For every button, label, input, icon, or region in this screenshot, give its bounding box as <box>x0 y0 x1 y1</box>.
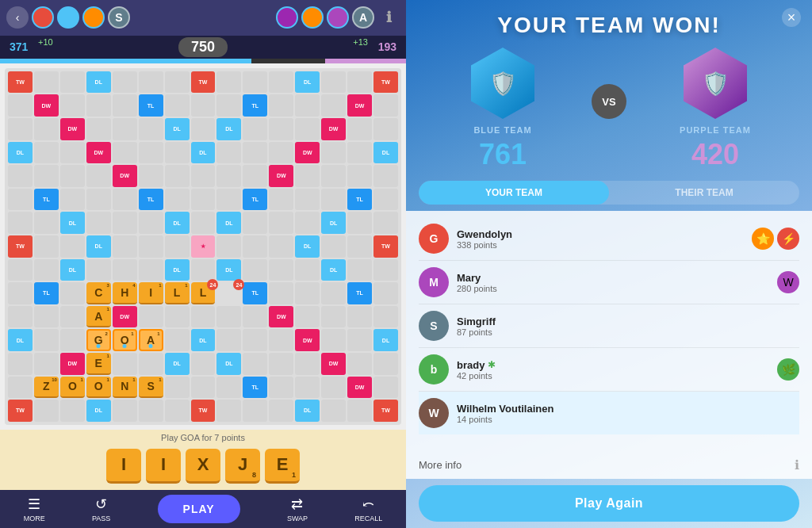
board-cell[interactable] <box>347 71 372 94</box>
board-cell[interactable] <box>191 189 216 211</box>
board-cell[interactable]: TL <box>243 282 267 304</box>
board-cell[interactable] <box>60 329 85 351</box>
board-cell[interactable] <box>243 329 267 351</box>
board-cell[interactable] <box>8 282 33 304</box>
board-cell[interactable] <box>8 377 33 399</box>
board-cell[interactable]: DL <box>373 142 398 164</box>
board-cell[interactable] <box>86 189 111 211</box>
board-cell[interactable] <box>8 165 33 187</box>
board-cell[interactable] <box>191 377 216 399</box>
play-button[interactable]: PLAY <box>158 495 240 523</box>
board-cell[interactable] <box>216 71 241 94</box>
board-cell[interactable] <box>113 189 137 211</box>
board-cell[interactable] <box>243 306 267 328</box>
board-cell[interactable] <box>191 212 216 234</box>
board-cell[interactable] <box>347 329 372 351</box>
board-cell[interactable] <box>113 212 137 234</box>
board-cell[interactable] <box>347 353 372 375</box>
board-cell[interactable] <box>269 282 293 304</box>
board-cell[interactable]: L1 <box>165 282 190 304</box>
board-cell[interactable]: L124 <box>191 282 216 304</box>
board-cell[interactable] <box>347 400 372 422</box>
board-cell[interactable] <box>373 94 398 117</box>
board-cell[interactable]: DW <box>295 329 320 351</box>
board-cell[interactable]: DL <box>8 329 33 351</box>
board-cell[interactable] <box>139 142 163 164</box>
nav-swap[interactable]: ⇄ SWAP <box>287 495 308 522</box>
board-cell[interactable]: DL <box>165 259 190 281</box>
board-cell[interactable] <box>86 259 111 281</box>
board-cell[interactable] <box>321 377 346 399</box>
board-cell[interactable] <box>139 400 163 422</box>
board-cell[interactable]: TL <box>347 282 372 304</box>
board-cell[interactable] <box>165 400 190 422</box>
board-cell[interactable] <box>113 118 137 140</box>
board-cell[interactable]: TW <box>8 400 33 422</box>
board-cell[interactable] <box>269 400 293 422</box>
board-cell[interactable] <box>139 71 163 94</box>
board-cell[interactable] <box>34 212 59 234</box>
board-cell[interactable] <box>269 259 293 281</box>
board-cell[interactable]: DL <box>60 212 85 234</box>
board-cell[interactable] <box>347 306 372 328</box>
board-cell[interactable] <box>216 142 241 164</box>
board-cell[interactable] <box>165 306 190 328</box>
board-cell[interactable] <box>139 235 163 258</box>
board-cell[interactable]: DW <box>86 142 111 164</box>
board-cell[interactable] <box>373 353 398 375</box>
back-button[interactable]: ‹ <box>6 6 29 29</box>
board-cell[interactable] <box>243 142 267 164</box>
board-cell[interactable]: DL <box>373 329 398 351</box>
board-cell[interactable] <box>191 353 216 375</box>
board-cell[interactable]: DL <box>191 142 216 164</box>
board-cell[interactable]: DW <box>113 306 137 328</box>
board-cell[interactable] <box>34 353 59 375</box>
board-cell[interactable] <box>269 118 293 140</box>
board-cell[interactable] <box>8 118 33 140</box>
board-cell[interactable]: DW <box>269 165 293 187</box>
board-cell[interactable]: DL <box>60 259 85 281</box>
board-cell[interactable] <box>165 142 190 164</box>
board-cell[interactable] <box>60 165 85 187</box>
board-cell[interactable] <box>295 118 320 140</box>
board-cell[interactable] <box>373 212 398 234</box>
board-cell[interactable] <box>269 377 293 399</box>
board-cell[interactable] <box>373 377 398 399</box>
board-cell[interactable] <box>295 259 320 281</box>
board-cell[interactable] <box>295 165 320 187</box>
board-cell[interactable]: TL <box>243 94 267 117</box>
board-cell[interactable]: A1 <box>86 306 111 328</box>
board-cell[interactable] <box>243 212 267 234</box>
board-cell[interactable] <box>243 71 267 94</box>
board-cell[interactable] <box>34 329 59 351</box>
close-button[interactable]: × <box>782 8 801 27</box>
board-cell[interactable] <box>113 71 137 94</box>
nav-pass[interactable]: ↺ PASS <box>92 495 110 522</box>
board-cell[interactable] <box>321 94 346 117</box>
board-cell[interactable] <box>34 165 59 187</box>
board-cell[interactable] <box>191 94 216 117</box>
board-cell[interactable]: G2 <box>86 329 111 351</box>
board-cell[interactable] <box>295 189 320 211</box>
board-cell[interactable] <box>34 400 59 422</box>
board-cell[interactable] <box>216 189 241 211</box>
board-cell[interactable] <box>113 259 137 281</box>
board-cell[interactable] <box>321 189 346 211</box>
board-cell[interactable] <box>60 235 85 258</box>
board-cell[interactable]: DW <box>60 353 85 375</box>
board-cell[interactable]: DL <box>216 353 241 375</box>
board-cell[interactable]: TW <box>191 400 216 422</box>
board-cell[interactable] <box>243 400 267 422</box>
board-cell[interactable] <box>373 189 398 211</box>
board-cell[interactable] <box>269 212 293 234</box>
board-cell[interactable]: I1 <box>139 282 163 304</box>
board-cell[interactable] <box>8 353 33 375</box>
board-cell[interactable] <box>113 235 137 258</box>
board-cell[interactable] <box>243 235 267 258</box>
board-cell[interactable] <box>8 306 33 328</box>
board-cell[interactable] <box>216 306 241 328</box>
board-cell[interactable] <box>321 142 346 164</box>
board-cell[interactable] <box>216 400 241 422</box>
board-cell[interactable]: DL <box>216 118 241 140</box>
tab-their-team[interactable]: THEIR TEAM <box>609 181 799 205</box>
